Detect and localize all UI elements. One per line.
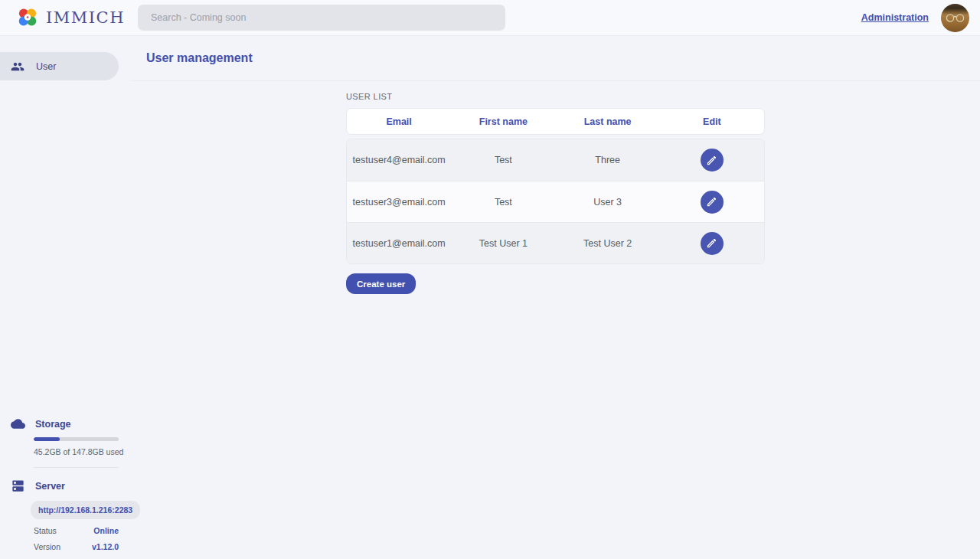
cell-email: testuser3@email.com xyxy=(347,197,451,208)
user-list-label: USER LIST xyxy=(346,92,765,101)
column-header-first-name: First name xyxy=(451,116,555,127)
sidebar-divider xyxy=(34,467,119,468)
cell-first-name: Test xyxy=(451,197,555,208)
edit-user-button[interactable] xyxy=(701,191,724,214)
cloud-icon xyxy=(11,417,25,431)
storage-progress-fill xyxy=(34,437,60,441)
column-header-edit: Edit xyxy=(660,116,764,127)
brand[interactable]: IMMICH xyxy=(16,6,125,29)
cell-last-name: Three xyxy=(556,155,660,165)
server-version-value: v1.12.0 xyxy=(92,542,119,551)
cell-first-name: Test xyxy=(451,155,555,165)
storage-progress-bar xyxy=(34,437,119,441)
storage-usage-text: 45.2GB of 147.8GB used xyxy=(34,447,131,456)
table-row: testuser4@email.com Test Three xyxy=(347,139,764,181)
pencil-icon xyxy=(706,155,717,166)
column-header-last-name: Last name xyxy=(556,116,660,127)
sidebar-item-user-label: User xyxy=(36,61,56,72)
users-icon xyxy=(11,60,24,74)
user-list-section: USER LIST Email First name Last name Edi… xyxy=(346,92,765,294)
sidebar-item-user[interactable]: User xyxy=(0,52,119,80)
user-avatar[interactable] xyxy=(941,4,969,32)
pencil-icon xyxy=(706,237,717,249)
column-header-email: Email xyxy=(347,116,451,127)
edit-user-button[interactable] xyxy=(701,232,724,255)
cell-edit xyxy=(660,149,764,172)
server-status-value: Online xyxy=(93,526,119,535)
layout: User Storage 45.2GB of 147.8GB used xyxy=(0,36,980,559)
immich-admin-page: IMMICH Administration xyxy=(0,0,980,559)
server-status-row: Status Online xyxy=(34,526,119,535)
search-input[interactable] xyxy=(138,5,505,31)
cell-last-name: Test User 2 xyxy=(556,238,660,249)
cell-last-name: User 3 xyxy=(556,197,660,208)
immich-logo-icon xyxy=(16,6,39,29)
cell-email: testuser4@email.com xyxy=(347,155,451,165)
cell-first-name: Test User 1 xyxy=(451,238,555,249)
server-url-badge: http://192.168.1.216:2283 xyxy=(31,501,140,519)
edit-user-button[interactable] xyxy=(701,149,724,172)
cell-email: testuser1@email.com xyxy=(347,238,451,249)
page-title: User management xyxy=(146,51,253,65)
create-user-button[interactable]: Create user xyxy=(346,273,416,294)
administration-link[interactable]: Administration xyxy=(861,12,929,23)
navbar-right: Administration xyxy=(861,4,980,32)
table-row: testuser1@email.com Test User 1 Test Use… xyxy=(347,222,764,263)
glasses-photo xyxy=(945,13,965,23)
storage-section-header: Storage xyxy=(0,417,131,431)
pencil-icon xyxy=(706,196,717,208)
server-version-label: Version xyxy=(34,542,60,551)
user-table-header: Email First name Last name Edit xyxy=(346,108,765,135)
storage-title: Storage xyxy=(35,419,71,430)
sidebar-bottom: Storage 45.2GB of 147.8GB used Server xyxy=(0,417,131,551)
main-header: User management xyxy=(131,36,980,81)
server-section-header: Server xyxy=(0,479,131,493)
server-status-label: Status xyxy=(34,526,57,535)
cell-edit xyxy=(660,232,764,255)
main-area: User management USER LIST Email First na… xyxy=(131,36,980,559)
server-title: Server xyxy=(35,481,65,492)
server-version-row: Version v1.12.0 xyxy=(34,542,119,551)
top-navbar: IMMICH Administration xyxy=(0,0,980,36)
table-row: testuser3@email.com Test User 3 xyxy=(347,181,764,222)
user-table-body: testuser4@email.com Test Three t xyxy=(346,139,765,264)
brand-name: IMMICH xyxy=(46,8,125,27)
server-icon xyxy=(11,479,25,493)
admin-sidebar: User Storage 45.2GB of 147.8GB used xyxy=(0,36,131,559)
cell-edit xyxy=(660,191,764,214)
